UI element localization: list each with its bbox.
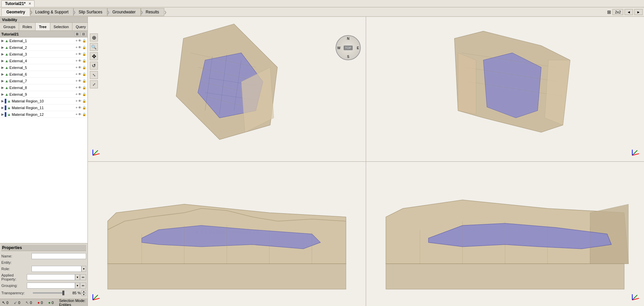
lock-icon-10[interactable]: 🔒 (82, 99, 86, 103)
eye-icon-6[interactable]: 👁 (78, 72, 81, 76)
layout-selector[interactable]: 2x2 (612, 9, 623, 15)
lock-icon-5[interactable]: 🔒 (82, 66, 86, 69)
add-icon-12[interactable]: + (75, 112, 77, 116)
lock-icon-11[interactable]: 🔒 (82, 106, 86, 109)
tree-item-external2[interactable]: ▶ ▲ External_2 + 👁 🔒 (0, 44, 87, 51)
lock-icon-12[interactable]: 🔒 (82, 112, 86, 116)
viewport-grid: ⊕ 🔍 ✥ ↺ ⤡ ⤢ (88, 17, 644, 306)
tree-item-material12[interactable]: ▶ ▲ Material Region_12 + 👁 🔒 (0, 111, 87, 118)
add-icon-5[interactable]: + (75, 66, 77, 69)
eye-icon-1[interactable]: 👁 (78, 39, 81, 43)
model-3d-bottomleft (88, 162, 366, 306)
fit-btn[interactable]: ⤡ (90, 71, 98, 79)
add-icon-1[interactable]: + (75, 39, 77, 43)
vis-tab-query[interactable]: Query (72, 23, 89, 30)
tree-item-external1[interactable]: ▶ ▲ External_1 + 👁 🔒 (0, 37, 87, 44)
lock-icon-4[interactable]: 🔒 (82, 59, 86, 63)
tab-geometry[interactable]: Geometry (1, 8, 30, 16)
eye-icon-10[interactable]: 👁 (78, 99, 81, 103)
prop-role-label: Role: (1, 267, 32, 271)
tab-loading-support[interactable]: Loading & Support (30, 8, 73, 16)
eye-icon-12[interactable]: 👁 (78, 112, 81, 116)
add-icon-6[interactable]: + (75, 72, 77, 76)
tree-item-external9[interactable]: ▶ ▲ External_9 + 👁 🔒 (0, 91, 87, 98)
tree-item-external7[interactable]: ▶ ▲ External_7 + 👁 🔒 (0, 78, 87, 84)
lock-icon-6[interactable]: 🔒 (82, 72, 86, 76)
zoom-select-btn[interactable]: ⊕ (90, 33, 98, 42)
transparency-up-btn[interactable]: ▲ (81, 290, 86, 293)
eye-icon-9[interactable]: 👁 (78, 92, 81, 96)
add-icon-4[interactable]: + (75, 59, 77, 63)
viewport-top-right[interactable] (366, 17, 644, 161)
add-icon-3[interactable]: + (75, 52, 77, 56)
prop-applied-input[interactable] (27, 274, 75, 280)
prop-transparency-label: Transparency: (1, 291, 32, 295)
vis-tab-groups[interactable]: Groups (0, 23, 19, 30)
applied-dropdown-btn[interactable]: ▼ (75, 274, 80, 280)
tree-item-external6[interactable]: ▶ ▲ External_6 + 👁 🔒 (0, 71, 87, 78)
viewport-bottom-right[interactable] (366, 162, 644, 306)
tree-content[interactable]: ▶ ▲ External_1 + 👁 🔒 ▶ ▲ External_2 + 👁 … (0, 37, 87, 243)
add-icon-8[interactable]: + (75, 86, 77, 89)
eye-icon-11[interactable]: 👁 (78, 106, 81, 109)
layout-prev[interactable]: ◄ (625, 9, 633, 15)
item-controls-7: + 👁 🔒 (75, 79, 86, 83)
add-icon-9[interactable]: + (75, 92, 77, 96)
expand-all-btn[interactable]: ⊞ (74, 32, 80, 36)
transparency-slider[interactable] (33, 292, 69, 294)
close-tab-icon[interactable]: × (28, 1, 31, 6)
expand-arrow: ▶ (1, 39, 5, 43)
applied-edit-btn[interactable]: ✏ (80, 274, 86, 280)
vis-tab-tree[interactable]: Tree (36, 23, 50, 30)
tree-item-material11[interactable]: ▶ ▲ Material Region_11 + 👁 🔒 (0, 104, 87, 111)
vis-tab-roles[interactable]: Roles (19, 23, 36, 30)
viewport-bottom-left[interactable]: + At X: 681356.02, Y:7450503.99, Z:0 (88, 162, 366, 306)
prop-entity-label: Entity: (1, 260, 32, 264)
prop-grouping-input-group: ▼ ✏ (27, 283, 86, 289)
add-icon-10[interactable]: + (75, 99, 77, 103)
eye-icon-7[interactable]: 👁 (78, 79, 81, 83)
lock-icon-9[interactable]: 🔒 (82, 92, 86, 96)
viewport-top-left[interactable]: ⊕ 🔍 ✥ ↺ ⤡ ⤢ (88, 17, 366, 161)
item-controls-5: + 👁 🔒 (75, 66, 86, 69)
file-tab-tutorial21[interactable]: Tutorial21* × (1, 0, 35, 7)
lock-icon-2[interactable]: 🔒 (82, 46, 86, 49)
eye-icon-2[interactable]: 👁 (78, 46, 81, 49)
pan-btn[interactable]: ✥ (90, 52, 98, 60)
tree-item-external3[interactable]: ▶ ▲ External_3 + 👁 🔒 (0, 51, 87, 58)
eye-icon-8[interactable]: 👁 (78, 86, 81, 89)
expand-arrow-3: ▶ (1, 52, 5, 56)
grouping-edit-btn[interactable]: ✏ (80, 283, 86, 289)
tab-results[interactable]: Results (141, 8, 164, 16)
lock-icon-8[interactable]: 🔒 (82, 86, 86, 89)
lock-icon-3[interactable]: 🔒 (82, 52, 86, 56)
eye-icon-4[interactable]: 👁 (78, 59, 81, 63)
tab-groundwater[interactable]: Groundwater (107, 8, 140, 16)
eye-icon-3[interactable]: 👁 (78, 52, 81, 56)
transparency-down-btn[interactable]: ▼ (81, 293, 86, 296)
lock-icon-7[interactable]: 🔒 (82, 79, 86, 83)
prop-role-input[interactable] (32, 266, 81, 272)
prop-grouping-input[interactable] (27, 283, 75, 289)
reset-view-btn[interactable]: ↺ (90, 62, 98, 70)
tree-item-material10[interactable]: ▶ ▲ Material Region_10 + 👁 🔒 (0, 98, 87, 104)
tree-item-external4[interactable]: ▶ ▲ External_4 + 👁 🔒 (0, 58, 87, 64)
tab-slip-surfaces[interactable]: Slip Surfaces (73, 8, 107, 16)
grouping-dropdown-btn[interactable]: ▼ (75, 283, 80, 289)
eye-icon-5[interactable]: 👁 (78, 66, 81, 69)
compass-top-button[interactable]: TOP (344, 46, 352, 50)
vis-tab-selection[interactable]: Selection (50, 23, 72, 30)
zoom-out-btn[interactable]: 🔍 (90, 43, 98, 51)
prop-name-input[interactable] (32, 253, 86, 259)
layout-next[interactable]: ► (634, 9, 643, 15)
tree-item-external5[interactable]: ▶ ▲ External_5 + 👁 🔒 (0, 64, 87, 71)
compass-widget: N S E W TOP (336, 35, 361, 60)
lock-icon-1[interactable]: 🔒 (82, 39, 86, 43)
role-dropdown-btn[interactable]: ▼ (81, 266, 86, 272)
fit-all-btn[interactable]: ⤢ (90, 80, 98, 88)
add-icon-11[interactable]: + (75, 106, 77, 109)
tree-item-external8[interactable]: ▶ ▲ External_8 + 👁 🔒 (0, 84, 87, 91)
add-icon-7[interactable]: + (75, 79, 77, 83)
add-icon-2[interactable]: + (75, 46, 77, 49)
collapse-all-btn[interactable]: ⊟ (81, 32, 86, 36)
